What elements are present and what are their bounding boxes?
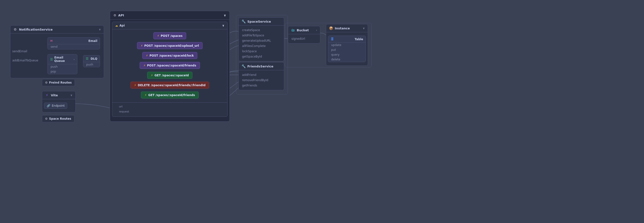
api-inner-header[interactable]: ☁ Api ∨ bbox=[112, 22, 227, 30]
space-routes-title: Space Routes bbox=[49, 117, 71, 120]
space-service-title: SpaceService bbox=[247, 20, 281, 23]
vite-header[interactable]: ⚡ Vite ∨ bbox=[42, 91, 76, 99]
email-icon: ✉ bbox=[50, 39, 53, 43]
api-outer-chevron: ∨ bbox=[224, 14, 226, 17]
email-send-row: send bbox=[48, 44, 100, 49]
all-files-complete-row: allFilesComplete bbox=[239, 43, 284, 49]
api-inner-title: Api bbox=[120, 24, 125, 27]
bucket-header[interactable]: 🗂 Bucket › bbox=[288, 26, 320, 34]
email-queue-sub-header[interactable]: ☰ Email Queue › bbox=[48, 54, 77, 64]
post-lock-label: POST /spaces/:spaceId/lock bbox=[150, 54, 194, 57]
dlq-sub-node: ☰ DLQ push bbox=[83, 55, 100, 67]
instance-icon: 📦 bbox=[329, 26, 333, 30]
space-routes-icon: ⚙ bbox=[45, 117, 48, 120]
email-queue-sub-node: ☰ Email Queue › push pop bbox=[48, 54, 77, 74]
route-post-lock[interactable]: ⚡ POST /spaces/:spaceId/lock bbox=[115, 52, 225, 59]
freind-routes-node[interactable]: ⚙ Freind Routes bbox=[42, 79, 75, 86]
get-space-by-id-row: getSpaceById bbox=[239, 54, 284, 59]
vite-icon: ⚡ bbox=[45, 93, 49, 97]
email-sub-header[interactable]: ✉ Email bbox=[48, 38, 100, 44]
generate-upload-url-row: generateUploadURL bbox=[239, 38, 284, 43]
email-title: Email bbox=[88, 39, 97, 43]
post-spaces-lightning: ⚡ bbox=[157, 34, 159, 38]
post-lock-lightning: ⚡ bbox=[146, 54, 148, 57]
bucket-chevron: › bbox=[316, 29, 317, 32]
notification-service-title: NotificationService bbox=[19, 28, 97, 31]
signed-url-row: signedUrl bbox=[288, 36, 320, 42]
email-queue-title: Email Queue bbox=[54, 56, 72, 62]
delete-friend-label: DELETE /spaces/:spaceId/friends/:friendI… bbox=[138, 84, 206, 87]
friends-service-header[interactable]: 🔧 FriendsService bbox=[239, 62, 284, 70]
table-update-row: update bbox=[328, 43, 366, 48]
friends-service-icon: 🔧 bbox=[242, 64, 246, 68]
endpoint-link-icon: 🔗 bbox=[47, 104, 50, 108]
notification-service-icon: ⚙️ bbox=[13, 28, 17, 31]
url-param-row: url bbox=[116, 104, 224, 109]
api-inner-icon: ☁ bbox=[115, 24, 118, 27]
delete-friend-lightning: ⚡ bbox=[134, 83, 136, 87]
email-sub-node: ✉ Email send bbox=[48, 37, 100, 49]
notification-service-node: ⚙️ NotificationService ∨ sendEmail addEm… bbox=[10, 25, 104, 78]
route-get-space[interactable]: ⚡ GET /spaces/:spaceId bbox=[115, 72, 225, 79]
get-friends-label: GET /spaces/:spaceId/friends bbox=[148, 94, 195, 97]
bucket-icon: 🗂 bbox=[291, 28, 295, 32]
route-delete-friend[interactable]: ⚡ DELETE /spaces/:spaceId/friends/:frien… bbox=[115, 82, 225, 88]
route-get-friends[interactable]: ⚡ GET /spaces/:spaceId/friends bbox=[115, 92, 225, 98]
instance-title: Instance bbox=[335, 26, 361, 30]
freind-routes-icon: ⚙ bbox=[45, 81, 48, 84]
post-friends-lightning: ⚡ bbox=[143, 64, 146, 67]
vite-title: Vite bbox=[51, 94, 68, 97]
remove-friend-by-id-row: removeFriendById bbox=[239, 78, 284, 83]
dlq-sub-header[interactable]: ☰ DLQ bbox=[83, 56, 100, 62]
api-outer-title: API bbox=[118, 14, 124, 17]
send-email-label: sendEmail bbox=[12, 50, 38, 53]
routes-list: ⚡ POST /spaces ⚡ POST /spaces/:spaceId/u… bbox=[112, 30, 227, 102]
create-space-row: createSpace bbox=[239, 28, 284, 33]
api-outer-header[interactable]: ⚙ API ∨ bbox=[110, 11, 230, 20]
space-routes-node[interactable]: ⚙ Space Routes bbox=[42, 115, 74, 122]
lock-space-row: lockSpace bbox=[239, 49, 284, 54]
endpoint-button[interactable]: 🔗 Endpoint bbox=[44, 102, 67, 109]
get-friends-row: getFriends bbox=[239, 83, 284, 88]
email-queue-icon: ☰ bbox=[50, 58, 53, 61]
add-friend-row: addFriend bbox=[239, 72, 284, 78]
table-query-row: query bbox=[328, 52, 366, 57]
notification-service-header[interactable]: ⚙️ NotificationService ∨ bbox=[10, 26, 104, 34]
route-post-spaces[interactable]: ⚡ POST /spaces bbox=[115, 32, 225, 39]
request-param-row: request bbox=[116, 109, 224, 114]
space-service-node: 🔧 SpaceService createSpace addFileToSpac… bbox=[238, 17, 284, 62]
post-upload-lightning: ⚡ bbox=[141, 44, 143, 48]
table-sub-header[interactable]: 🗄 Table bbox=[328, 36, 366, 43]
email-queue-chevron: › bbox=[74, 58, 75, 61]
post-spaces-label: POST /spaces bbox=[161, 34, 182, 38]
space-service-icon: 🔧 bbox=[242, 20, 246, 23]
table-sub-node: 🗄 Table update put query delete bbox=[328, 36, 366, 62]
add-file-to-space-row: addFileToSpace bbox=[239, 33, 284, 38]
notification-service-chevron: ∨ bbox=[99, 28, 101, 31]
table-delete-row: delete bbox=[328, 57, 366, 62]
route-post-upload-url[interactable]: ⚡ POST /spaces/:spaceId/upload_url bbox=[115, 42, 225, 49]
email-queue-pop-row: pop bbox=[48, 69, 77, 74]
vite-chevron: ∨ bbox=[70, 94, 72, 97]
endpoint-label: Endpoint bbox=[52, 104, 64, 108]
friends-service-title: FriendsService bbox=[247, 64, 281, 68]
api-inner-panel: ☁ Api ∨ ⚡ POST /spaces ⚡ POST /spaces/:s… bbox=[112, 22, 228, 117]
instance-chevron: ∨ bbox=[363, 27, 365, 30]
instance-header[interactable]: 📦 Instance ∨ bbox=[326, 24, 368, 32]
api-outer-node: ⚙ API ∨ ☁ Api ∨ ⚡ POST /spaces bbox=[110, 11, 230, 122]
instance-node: 📦 Instance ∨ 🗄 Table update put query de… bbox=[326, 24, 368, 66]
space-service-header[interactable]: 🔧 SpaceService bbox=[239, 18, 284, 26]
post-friends-label: POST /spaces/:spaceId/friends bbox=[147, 64, 196, 67]
dlq-push-row: push bbox=[83, 62, 100, 67]
table-put-row: put bbox=[328, 48, 366, 52]
get-friends-lightning: ⚡ bbox=[144, 93, 147, 97]
dlq-title: DLQ bbox=[90, 57, 97, 60]
freind-routes-title: Freind Routes bbox=[49, 81, 72, 84]
api-inner-chevron: ∨ bbox=[222, 24, 224, 27]
post-upload-label: POST /spaces/:spaceId/upload_url bbox=[144, 44, 199, 48]
table-title: Table bbox=[354, 38, 363, 41]
route-post-friends[interactable]: ⚡ POST /spaces/:spaceId/friends bbox=[115, 62, 225, 69]
vite-node: ⚡ Vite ∨ 🔗 Endpoint bbox=[42, 91, 76, 112]
get-space-lightning: ⚡ bbox=[151, 74, 153, 77]
api-outer-icon: ⚙ bbox=[114, 14, 116, 17]
